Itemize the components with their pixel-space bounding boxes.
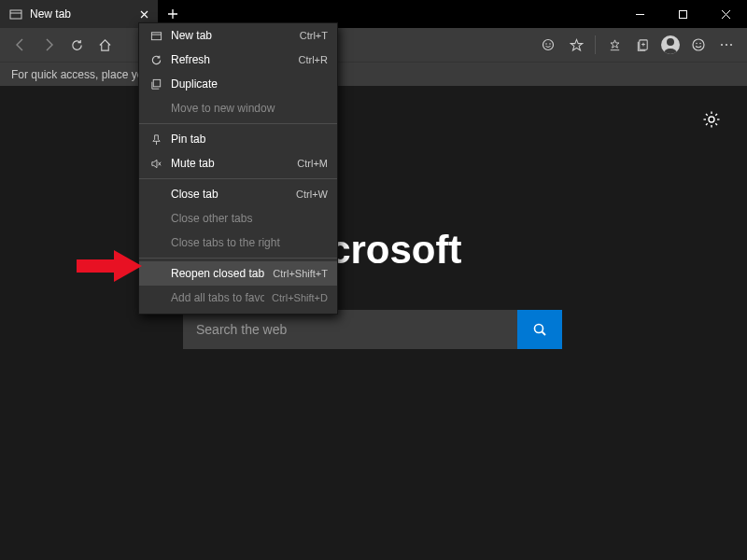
menu-item-label: Reopen closed tab xyxy=(171,267,265,280)
menu-separator xyxy=(139,123,337,124)
favorites-bar: For quick access, place your fav xyxy=(0,62,747,86)
menu-item-pin-tab[interactable]: Pin tab xyxy=(139,127,337,151)
svg-rect-26 xyxy=(151,32,161,39)
toolbar-divider xyxy=(595,35,596,54)
window-icon xyxy=(148,30,163,42)
menu-item-label: Refresh xyxy=(171,53,291,66)
tab-title: New tab xyxy=(30,7,71,21)
menu-item-shortcut: Ctrl+R xyxy=(299,54,328,65)
menu-item-label: Pin tab xyxy=(171,133,328,146)
tab-page-icon xyxy=(9,7,22,21)
svg-point-4 xyxy=(543,40,554,50)
menu-item-label: Add all tabs to favorites xyxy=(171,291,264,304)
svg-point-5 xyxy=(545,43,547,45)
svg-line-25 xyxy=(543,332,546,336)
profile-button[interactable] xyxy=(657,32,684,58)
feedback-smiley-button[interactable] xyxy=(685,32,712,58)
home-button[interactable] xyxy=(92,32,118,58)
menu-item-refresh[interactable]: RefreshCtrl+R xyxy=(139,48,337,72)
menu-item-close-tab[interactable]: Close tabCtrl+W xyxy=(139,182,337,206)
search-submit-button[interactable] xyxy=(517,310,562,349)
menu-item-close-tabs-to-the-right: Close tabs to the right xyxy=(139,231,337,255)
back-button[interactable] xyxy=(7,32,34,58)
collections-button[interactable] xyxy=(629,32,655,58)
pin-icon xyxy=(148,133,163,146)
settings-more-button[interactable] xyxy=(713,32,740,58)
menu-item-move-to-new-window: Move to new window xyxy=(139,96,337,120)
svg-rect-3 xyxy=(679,10,686,18)
menu-item-label: Close other tabs xyxy=(171,212,328,225)
browser-toolbar xyxy=(0,28,747,62)
menu-separator xyxy=(139,178,337,179)
svg-point-9 xyxy=(693,39,704,50)
mute-icon xyxy=(148,158,163,170)
svg-line-20 xyxy=(706,114,708,116)
svg-line-22 xyxy=(706,123,708,125)
menu-item-add-all-tabs-to-favorites: Add all tabs to favoritesCtrl+Shift+D xyxy=(139,286,337,310)
svg-point-11 xyxy=(699,43,701,45)
window-maximize-button[interactable] xyxy=(661,0,704,28)
svg-point-12 xyxy=(721,44,723,46)
menu-item-mute-tab[interactable]: Mute tabCtrl+M xyxy=(139,151,337,175)
svg-point-10 xyxy=(696,43,698,45)
svg-rect-0 xyxy=(10,10,21,19)
menu-item-label: Move to new window xyxy=(171,102,328,115)
svg-rect-28 xyxy=(153,79,160,86)
menu-item-new-tab[interactable]: New tabCtrl+T xyxy=(139,23,337,48)
svg-point-14 xyxy=(730,44,732,46)
svg-point-6 xyxy=(549,43,551,45)
menu-item-shortcut: Ctrl+Shift+D xyxy=(272,292,328,303)
avatar-icon xyxy=(661,35,680,54)
window-close-button[interactable] xyxy=(704,0,747,28)
menu-item-label: Duplicate xyxy=(171,77,328,91)
svg-point-24 xyxy=(535,325,543,333)
new-tab-page: Microsoft xyxy=(0,86,747,560)
menu-item-close-other-tabs: Close other tabs xyxy=(139,206,337,231)
menu-item-label: Mute tab xyxy=(171,157,289,170)
menu-item-label: Close tabs to the right xyxy=(171,236,328,249)
forward-button[interactable] xyxy=(35,32,62,58)
duplicate-icon xyxy=(148,78,163,91)
menu-item-reopen-closed-tab[interactable]: Reopen closed tabCtrl+Shift+T xyxy=(139,261,337,286)
window-titlebar: New tab xyxy=(0,0,747,28)
svg-line-21 xyxy=(715,123,717,125)
favorites-list-button[interactable] xyxy=(601,32,627,58)
refresh-icon xyxy=(148,54,163,66)
menu-separator xyxy=(139,258,337,259)
svg-line-23 xyxy=(715,114,717,116)
menu-item-label: New tab xyxy=(171,29,292,42)
menu-item-shortcut: Ctrl+Shift+T xyxy=(273,268,328,279)
favorite-star-button[interactable] xyxy=(563,32,589,58)
menu-item-shortcut: Ctrl+T xyxy=(300,30,328,41)
search-box[interactable] xyxy=(183,310,562,349)
menu-item-duplicate[interactable]: Duplicate xyxy=(139,72,337,96)
search-input[interactable] xyxy=(183,310,517,349)
window-controls xyxy=(618,0,747,28)
menu-item-shortcut: Ctrl+M xyxy=(297,158,328,169)
menu-item-shortcut: Ctrl+W xyxy=(296,189,328,200)
window-minimize-button[interactable] xyxy=(618,0,661,28)
svg-point-13 xyxy=(726,44,727,46)
shopping-icon[interactable] xyxy=(535,32,561,58)
svg-point-15 xyxy=(709,117,714,122)
refresh-button[interactable] xyxy=(63,32,90,58)
browser-tab[interactable]: New tab xyxy=(0,0,159,28)
tab-close-button[interactable] xyxy=(140,10,148,19)
page-settings-gear-icon[interactable] xyxy=(702,110,721,129)
menu-item-label: Close tab xyxy=(171,188,289,201)
tab-context-menu: New tabCtrl+TRefreshCtrl+RDuplicateMove … xyxy=(138,22,338,315)
